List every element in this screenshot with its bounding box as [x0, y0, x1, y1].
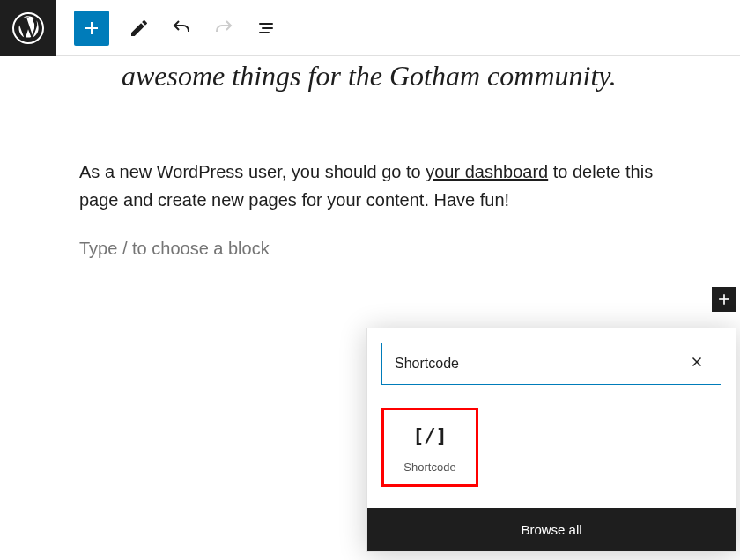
browse-all-button[interactable]: Browse all: [367, 508, 736, 551]
group-block[interactable]: awesome things for the Gotham community.: [79, 56, 661, 131]
block-result-shortcode[interactable]: [/] Shortcode: [381, 408, 478, 487]
pencil-icon: [129, 18, 150, 39]
empty-block-placeholder[interactable]: Type / to choose a block: [79, 239, 661, 259]
redo-button: [206, 11, 241, 46]
editor-canvas: awesome things for the Gotham community.…: [0, 56, 740, 259]
close-icon: [689, 354, 705, 370]
tools-button[interactable]: [122, 11, 157, 46]
editor-toolbar: [56, 11, 284, 46]
wordpress-logo[interactable]: [0, 0, 56, 56]
editor-top-bar: [0, 0, 740, 56]
dashboard-link[interactable]: your dashboard: [426, 162, 548, 181]
block-inserter-toggle[interactable]: [74, 11, 109, 46]
clear-search-button[interactable]: [685, 350, 708, 378]
undo-icon: [171, 18, 192, 39]
intro-paragraph[interactable]: awesome things for the Gotham community.: [122, 56, 618, 96]
block-inserter-popover: [/] Shortcode Browse all: [366, 328, 736, 552]
inline-inserter-button[interactable]: [712, 287, 736, 312]
paragraph-text: As a new WordPress user, you should go t…: [79, 162, 426, 181]
document-overview-button[interactable]: [248, 11, 284, 46]
wordpress-icon: [16, 16, 41, 41]
plus-icon: [81, 18, 102, 39]
plus-icon: [715, 291, 733, 308]
block-result-label: Shortcode: [403, 461, 455, 474]
redo-icon: [213, 18, 234, 39]
block-search-input[interactable]: [395, 356, 685, 372]
list-view-icon: [255, 18, 277, 39]
block-search-box: [381, 343, 722, 385]
undo-button[interactable]: [164, 11, 199, 46]
block-results: [/] Shortcode: [367, 399, 736, 508]
body-paragraph[interactable]: As a new WordPress user, you should go t…: [79, 158, 661, 214]
shortcode-icon: [/]: [412, 424, 448, 446]
